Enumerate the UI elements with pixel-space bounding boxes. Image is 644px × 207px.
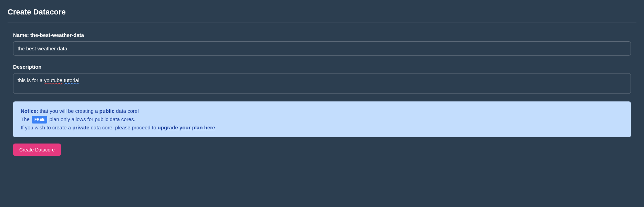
name-label-prefix: Name:: [13, 32, 30, 38]
name-input[interactable]: [13, 41, 631, 56]
notice-box: Notice: that you will be creating a publ…: [13, 101, 631, 137]
notice-bold-public: public: [99, 108, 114, 114]
name-slug: the-best-weather-data: [30, 32, 84, 38]
notice-line-1: Notice: that you will be creating a publ…: [21, 107, 623, 115]
upgrade-plan-link[interactable]: upgrade your plan here: [158, 125, 215, 130]
notice-text: data core!: [115, 108, 139, 114]
notice-text: that you will be creating a: [38, 108, 100, 114]
notice-text: plan only allows for public data cores.: [48, 116, 135, 122]
title-divider: [8, 22, 636, 22]
notice-line-2: The FREE plan only allows for public dat…: [21, 115, 623, 124]
notice-text: data core, please proceed to: [89, 125, 157, 130]
create-datacore-button[interactable]: Create Datacore: [13, 144, 61, 156]
notice-prefix: Notice:: [21, 108, 38, 114]
create-datacore-form: Name: the-best-weather-data Description …: [8, 32, 636, 156]
notice-bold-private: private: [72, 125, 89, 130]
free-badge: FREE: [32, 116, 47, 124]
notice-text: If you wish to create a: [21, 125, 72, 130]
page-title: Create Datacore: [8, 8, 636, 17]
description-label: Description: [13, 64, 631, 70]
notice-line-3: If you wish to create a private data cor…: [21, 124, 623, 132]
name-label: Name: the-best-weather-data: [13, 32, 631, 38]
notice-text: The: [21, 116, 31, 122]
description-input[interactable]: this is for a youtube tutorial: [13, 73, 631, 94]
